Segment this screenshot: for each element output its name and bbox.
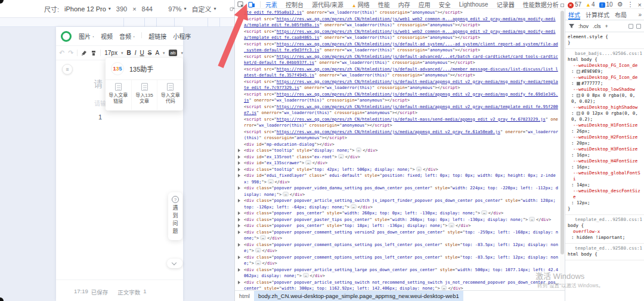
devtools-tab[interactable]: 记录器 bbox=[497, 0, 515, 9]
breadcrumb-body-selected[interactable]: body.zh_CN.weui-desktop-page_simple.page… bbox=[254, 291, 463, 301]
toggle-class-editor[interactable]: .cls bbox=[593, 23, 601, 29]
expand-arrow-icon[interactable] bbox=[238, 211, 240, 215]
devtools-tab[interactable]: 控制台 bbox=[286, 0, 304, 9]
devtools-tab[interactable]: 内存 bbox=[398, 0, 410, 9]
expand-arrow-icon[interactable] bbox=[238, 268, 240, 272]
css-property-value[interactable]: : 20px; bbox=[568, 140, 642, 146]
css-property-name[interactable]: --weuiDesktop_FG_Icon_de bbox=[568, 63, 642, 69]
devtools-tab[interactable]: 性能数据分析 bbox=[523, 0, 564, 9]
strikethrough-button[interactable]: S bbox=[148, 50, 152, 56]
expand-arrow-icon[interactable] bbox=[238, 281, 240, 284]
import-135-article-button[interactable]: 导入135 文章 bbox=[132, 80, 158, 110]
expand-arrow-icon[interactable] bbox=[238, 186, 240, 190]
breadcrumb-html[interactable]: html bbox=[235, 291, 254, 301]
code-line[interactable]: <div id="ex_135scrawer">…</div> bbox=[235, 160, 560, 167]
viewport-height-input[interactable]: 844 bbox=[142, 5, 153, 13]
font-color-button[interactable]: A bbox=[155, 50, 159, 56]
close-devtools-icon[interactable]: × bbox=[638, 1, 642, 8]
code-line[interactable]: <div class="popover popover_video_danmu_… bbox=[235, 185, 560, 198]
computed-sidebar-icon[interactable] bbox=[636, 24, 641, 29]
color-swatch[interactable] bbox=[577, 94, 580, 97]
collapse-pill-button[interactable] bbox=[167, 259, 182, 268]
code-line[interactable]: <div class="tooltip" style="top: 42px; l… bbox=[235, 167, 560, 173]
more-options-icon[interactable]: ⋮ bbox=[627, 1, 634, 8]
css-selector[interactable]: html body { bbox=[568, 57, 642, 63]
css-property-name[interactable]: --weuiDesktop_FG_Icon_de bbox=[568, 75, 642, 81]
devtools-tab[interactable]: 安全 bbox=[439, 0, 451, 9]
help-feedback-button[interactable]: ? 遇到问题 bbox=[168, 192, 182, 240]
css-property-value[interactable]: : hidden !important; bbox=[568, 235, 642, 241]
css-property-name[interactable]: --weuiDesktop_H3FontSize bbox=[568, 146, 642, 152]
new-style-rule-button[interactable]: + bbox=[605, 23, 608, 29]
code-line[interactable]: <div class="popover popover_article_sett… bbox=[235, 267, 560, 280]
filter-icon[interactable] bbox=[569, 23, 574, 29]
settings-gear-icon[interactable]: ⚙ bbox=[617, 1, 623, 8]
code-line[interactable]: <div class="popover popover_article_sett… bbox=[235, 280, 560, 291]
tab-layout[interactable]: 布局 bbox=[615, 10, 627, 19]
css-property-value[interactable]: : 14px; bbox=[568, 182, 642, 188]
code-line[interactable]: <div class="popover pos_center" style="t… bbox=[235, 223, 560, 229]
code-line[interactable]: <div class="popover popover_article_sett… bbox=[235, 198, 560, 210]
expand-arrow-icon[interactable] bbox=[238, 199, 240, 202]
expand-arrow-icon[interactable] bbox=[238, 231, 240, 234]
code-line[interactable]: <div class="tooltip" style="display: non… bbox=[235, 148, 560, 154]
code-line[interactable]: <script src="https://res.wx.qq.com/mpres… bbox=[235, 54, 560, 66]
css-property-name[interactable]: --weuiDesktop_descFontSize bbox=[568, 188, 642, 200]
expand-arrow-icon[interactable] bbox=[238, 149, 240, 152]
code-line[interactable]: <script src="https://res.wx.qq.com/mpres… bbox=[235, 91, 560, 104]
code-line[interactable]: <script src="https://res.wx.qq.com/mpres… bbox=[235, 16, 560, 29]
stylesheet-link[interactable]: base_badjs....92506.css:1 bbox=[568, 51, 642, 57]
code-line[interactable]: <div id="ex_135root" class="ex-root">…</… bbox=[235, 154, 560, 161]
css-property-name[interactable]: --weuiDesktop_globalFontSi bbox=[568, 170, 642, 182]
format-painter-icon[interactable] bbox=[81, 50, 87, 56]
expand-arrow-icon[interactable] bbox=[238, 174, 240, 177]
expand-arrow-icon[interactable] bbox=[238, 256, 240, 259]
css-property-value[interactable]: : 16px; bbox=[568, 164, 642, 170]
expand-arrow-icon[interactable] bbox=[238, 161, 240, 165]
menu-item-image[interactable]: 图片 · bbox=[79, 32, 94, 41]
font-size-select[interactable]: 17px bbox=[104, 50, 117, 56]
css-property-name[interactable]: --weuiDesktop_H1FontSize bbox=[568, 122, 642, 128]
css-selector[interactable]: body { bbox=[568, 223, 642, 229]
code-line[interactable]: <div id="mp-education-dialog"></div> bbox=[235, 142, 560, 148]
underline-button[interactable]: U bbox=[140, 50, 144, 56]
devtools-tab[interactable]: 元素 bbox=[265, 0, 277, 9]
css-property-value[interactable]: : #E9E9E9; bbox=[568, 69, 642, 75]
clear-format-icon[interactable] bbox=[91, 50, 97, 56]
css-selector[interactable]: html body { bbox=[568, 251, 642, 257]
expand-arrow-icon[interactable] bbox=[238, 218, 240, 222]
menu-item-audio[interactable]: 音频 · bbox=[119, 32, 135, 41]
color-swatch[interactable] bbox=[577, 82, 580, 85]
console-warnings-badge[interactable]: ▲4 bbox=[586, 1, 595, 8]
devtools-tab[interactable]: Lighthouse bbox=[459, 1, 488, 8]
menu-item-miniprogram[interactable]: 小程序 bbox=[173, 32, 191, 41]
italic-button[interactable]: I bbox=[135, 50, 137, 56]
css-property-value[interactable]: : 0 0 8px 0 rgba(0, 0, 0, 0.02); bbox=[568, 93, 642, 105]
code-line[interactable]: <div class="popover popover_comment_opti… bbox=[235, 254, 560, 267]
code-line[interactable]: ate_edit_fe.f95a0a12.js" onerror="wx_loa… bbox=[235, 10, 560, 16]
undo-icon[interactable]: ↶ bbox=[59, 49, 64, 57]
rendering-emulation-icon[interactable] bbox=[628, 24, 633, 29]
devtools-tab[interactable]: 性能 bbox=[378, 0, 390, 9]
bold-button[interactable]: B bbox=[126, 50, 131, 56]
code-line[interactable]: <script src="https://res.wx.qq.com/mpres… bbox=[235, 41, 560, 54]
code-line[interactable]: <div class="popover popover_comment_sett… bbox=[235, 229, 560, 242]
code-line[interactable]: <script src="https://res.wx.qq.com/mpres… bbox=[235, 66, 560, 79]
issues-badge[interactable]: !10 bbox=[599, 1, 613, 8]
css-property-name[interactable]: --weuiDesktop_H4FontSize bbox=[568, 158, 642, 164]
code-line[interactable]: <script src="https://res.wx.qq.com/mpres… bbox=[235, 116, 560, 129]
device-select[interactable]: iPhone 12 Pro bbox=[64, 5, 106, 13]
code-line[interactable]: <script src="https://res.wx.qq.com/mpres… bbox=[235, 129, 560, 142]
stylesheet-link[interactable]: template_ed...92580.css:1 bbox=[568, 217, 642, 223]
code-line[interactable]: <script src="https://res.wx.qq.com/mpres… bbox=[235, 29, 560, 41]
scrollbar-thumb[interactable] bbox=[561, 11, 564, 254]
expand-arrow-icon[interactable] bbox=[238, 243, 240, 247]
zoom-select[interactable]: 97% bbox=[168, 5, 181, 13]
tab-computed[interactable]: 计算样式 bbox=[586, 10, 609, 19]
css-property-value[interactable]: : #777777; bbox=[568, 81, 642, 87]
more-tabs-icon[interactable]: » bbox=[638, 11, 642, 18]
devtools-tab[interactable]: 应用 bbox=[419, 0, 431, 9]
css-property-value[interactable]: : 16px; bbox=[568, 152, 642, 158]
css-property-name[interactable]: --weuiDesktop_H2FontSize bbox=[568, 134, 642, 140]
author-placeholder[interactable]: 请输 bbox=[94, 99, 106, 108]
